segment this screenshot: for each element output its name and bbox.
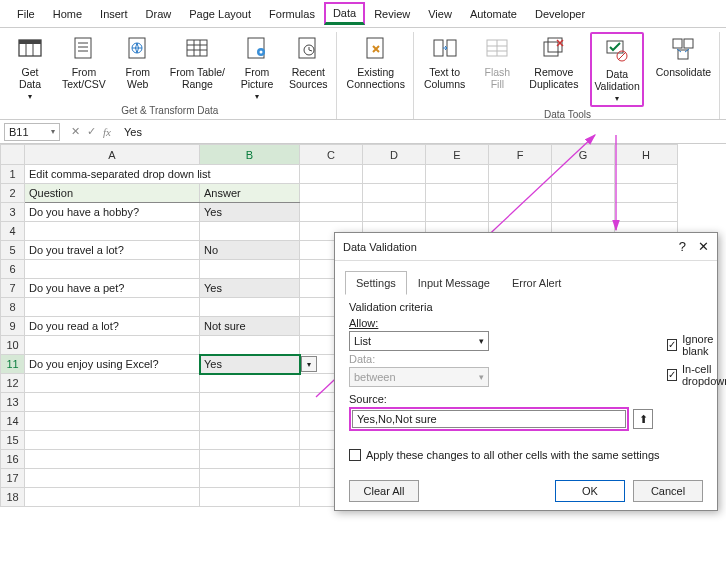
group-get-transform: Get Data▾ From Text/CSV From Web From Ta… (4, 32, 337, 119)
fx-icon[interactable]: fx (100, 126, 114, 138)
cell-question[interactable]: Do you have a hobby? (25, 203, 200, 222)
from-table-icon (182, 34, 212, 64)
tab-draw[interactable]: Draw (137, 3, 181, 25)
range-picker-icon[interactable]: ⬆ (633, 409, 653, 429)
tab-review[interactable]: Review (365, 3, 419, 25)
cell-answer[interactable]: Not sure (200, 317, 300, 336)
row-header[interactable]: 15 (1, 431, 25, 450)
row-header[interactable]: 18 (1, 488, 25, 507)
cell-question[interactable]: Do you travel a lot? (25, 241, 200, 260)
existing-connections-label: Existing Connections (347, 66, 405, 90)
row-header[interactable]: 11 (1, 355, 25, 374)
from-picture-label: From Picture (241, 66, 274, 90)
col-header-E[interactable]: E (426, 145, 489, 165)
sheet-title[interactable]: Edit comma-separated drop down list (25, 165, 300, 184)
dialog-title: Data Validation (343, 241, 417, 253)
enter-icon[interactable]: ✓ (84, 125, 98, 138)
tab-file[interactable]: File (8, 3, 44, 25)
from-table-label: From Table/ Range (170, 66, 225, 90)
col-header-A[interactable]: A (25, 145, 200, 165)
cell-answer[interactable]: No (200, 241, 300, 260)
cell-question[interactable]: Do you read a lot? (25, 317, 200, 336)
remove-duplicates-button[interactable]: Remove Duplicates (527, 32, 580, 92)
dialog-tab-settings[interactable]: Settings (345, 271, 407, 295)
row-header[interactable]: 10 (1, 336, 25, 355)
cell-answer[interactable]: Yes (200, 279, 300, 298)
tab-home[interactable]: Home (44, 3, 91, 25)
header-answer[interactable]: Answer (200, 184, 300, 203)
svg-rect-33 (673, 39, 682, 48)
from-table-button[interactable]: From Table/ Range (168, 32, 227, 92)
row-header[interactable]: 8 (1, 298, 25, 317)
data-validation-button[interactable]: Data Validation▾ (590, 32, 643, 107)
col-header-C[interactable]: C (300, 145, 363, 165)
from-picture-button[interactable]: From Picture▾ (237, 32, 277, 103)
row-header[interactable]: 14 (1, 412, 25, 431)
col-header-B[interactable]: B (200, 145, 300, 165)
col-header-H[interactable]: H (615, 145, 678, 165)
from-text-button[interactable]: From Text/CSV (60, 32, 108, 92)
row-header[interactable]: 4 (1, 222, 25, 241)
svg-rect-1 (19, 40, 41, 44)
row-header[interactable]: 9 (1, 317, 25, 336)
cell-answer[interactable]: Yes (200, 203, 300, 222)
incell-dropdown-checkbox[interactable]: ✓In-cell dropdown (667, 363, 726, 387)
row-header[interactable]: 12 (1, 374, 25, 393)
consolidate-button[interactable]: Consolidate (654, 32, 713, 80)
existing-connections-button[interactable]: Existing Connections (345, 32, 407, 92)
close-icon[interactable]: ✕ (698, 239, 709, 254)
recent-sources-button[interactable]: Recent Sources (287, 32, 330, 92)
row-header[interactable]: 17 (1, 469, 25, 488)
tab-data[interactable]: Data (324, 2, 365, 25)
row-header[interactable]: 2 (1, 184, 25, 203)
cell-answer-selected[interactable]: Yes▾ (200, 355, 300, 374)
svg-rect-22 (434, 40, 443, 56)
col-header-D[interactable]: D (363, 145, 426, 165)
col-header-F[interactable]: F (489, 145, 552, 165)
cell-value: Yes (204, 358, 222, 370)
dialog-tab-error-alert[interactable]: Error Alert (501, 271, 573, 295)
source-input[interactable]: Yes,No,Not sure (352, 410, 626, 428)
row-header[interactable]: 16 (1, 450, 25, 469)
from-web-button[interactable]: From Web (118, 32, 158, 92)
tab-developer[interactable]: Developer (526, 3, 594, 25)
dialog-tab-input-message[interactable]: Input Message (407, 271, 501, 295)
name-box-value: B11 (9, 126, 29, 138)
row-header[interactable]: 3 (1, 203, 25, 222)
row-header[interactable]: 13 (1, 393, 25, 412)
row-header[interactable]: 1 (1, 165, 25, 184)
tab-automate[interactable]: Automate (461, 3, 526, 25)
row-header[interactable]: 7 (1, 279, 25, 298)
clear-all-button[interactable]: Clear All (349, 480, 419, 502)
tab-insert[interactable]: Insert (91, 3, 137, 25)
cell-question[interactable]: Do you have a pet? (25, 279, 200, 298)
col-header-G[interactable]: G (552, 145, 615, 165)
name-box[interactable]: B11 ▾ (4, 123, 60, 141)
ok-button[interactable]: OK (555, 480, 625, 502)
get-data-button[interactable]: Get Data▾ (10, 32, 50, 103)
row-header[interactable]: 6 (1, 260, 25, 279)
dropdown-button[interactable]: ▾ (301, 356, 317, 372)
apply-same-settings-checkbox[interactable]: Apply these changes to all other cells w… (349, 449, 703, 461)
row-header[interactable]: 5 (1, 241, 25, 260)
cancel-button[interactable]: Cancel (633, 480, 703, 502)
header-question[interactable]: Question (25, 184, 200, 203)
tab-pagelayout[interactable]: Page Layout (180, 3, 260, 25)
text-to-columns-button[interactable]: Text to Columns (422, 32, 467, 92)
allow-label: Allow: (349, 317, 653, 329)
formula-input[interactable]: Yes (118, 124, 726, 140)
text-to-columns-label: Text to Columns (424, 66, 465, 90)
svg-rect-11 (187, 40, 207, 56)
svg-point-18 (260, 51, 263, 54)
select-all-corner[interactable] (1, 145, 25, 165)
from-text-label: From Text/CSV (62, 66, 106, 90)
ignore-blank-checkbox[interactable]: ✓Ignore blank (667, 333, 726, 357)
tab-view[interactable]: View (419, 3, 461, 25)
allow-select[interactable]: List ▾ (349, 331, 489, 351)
dialog-titlebar[interactable]: Data Validation ? ✕ (335, 233, 717, 261)
cancel-icon[interactable]: ✕ (68, 125, 82, 138)
cell-question[interactable]: Do you enjoy using Excel? (25, 355, 200, 374)
tab-formulas[interactable]: Formulas (260, 3, 324, 25)
help-icon[interactable]: ? (679, 239, 686, 254)
remove-duplicates-icon (539, 34, 569, 64)
